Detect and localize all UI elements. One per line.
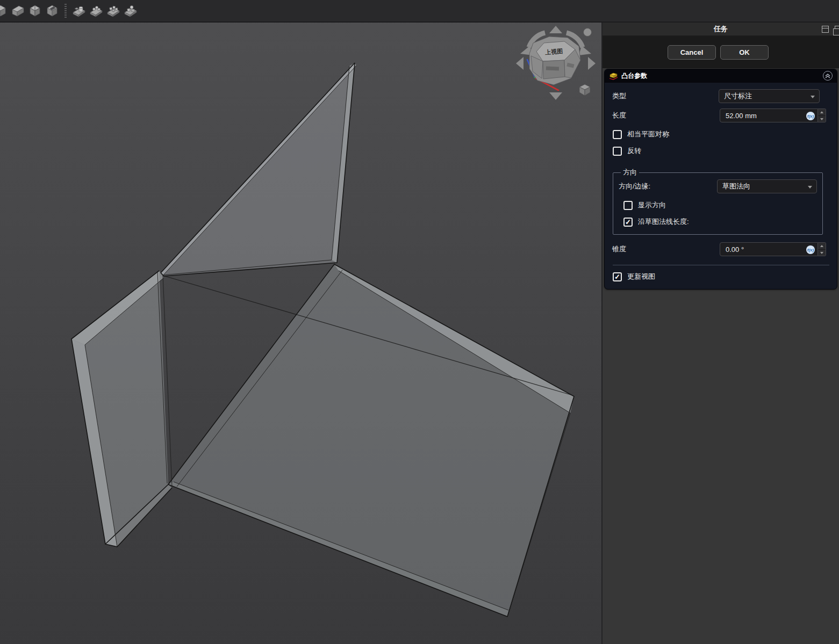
- toolbar-shapebuilder-icon[interactable]: [71, 3, 87, 19]
- task-panel-title: 任务: [714, 24, 728, 34]
- type-select[interactable]: 尺寸标注: [719, 89, 820, 103]
- show-direction-label: 显示方向: [638, 200, 666, 210]
- pad-parameters-body: 类型 尺寸标注 长度 52.00 mm f(x): [605, 83, 837, 289]
- direction-group-title: 方向: [621, 168, 639, 177]
- type-label: 类型: [612, 91, 719, 101]
- symmetric-checkbox-label: 相当平面对称: [627, 129, 669, 139]
- update-view-label: 更新视图: [627, 272, 655, 281]
- reversed-checkbox-label: 反转: [627, 146, 641, 156]
- length-spin-down[interactable]: [818, 116, 826, 122]
- task-panel: 任务 Cancel OK 凸台参数: [601, 23, 839, 644]
- length-value: 52.00 mm: [726, 112, 757, 120]
- direction-edge-label: 方向/边缘:: [619, 182, 717, 191]
- toolbar-mixed-degrade-icon[interactable]: [123, 3, 139, 19]
- reversed-checkbox[interactable]: [613, 147, 622, 156]
- type-select-value: 尺寸标注: [724, 91, 752, 101]
- taper-spin-up[interactable]: [818, 243, 826, 250]
- toolbar-box-solid-icon[interactable]: [0, 3, 9, 19]
- show-direction-checkbox[interactable]: [623, 201, 633, 210]
- pad-parameters-card: 凸台参数 类型 尺寸标注 长度: [604, 69, 837, 290]
- length-label: 长度: [612, 111, 720, 120]
- taper-input[interactable]: 0.00 ° f(x): [720, 242, 818, 256]
- taper-spin-down[interactable]: [818, 250, 826, 256]
- task-panel-titlebar: 任务: [603, 23, 839, 36]
- ok-button[interactable]: OK: [720, 45, 769, 60]
- toolbar-cubes-degrade-icon[interactable]: [105, 3, 121, 19]
- panel-float-icon[interactable]: [835, 26, 839, 33]
- toolbar-separator: [64, 4, 67, 18]
- along-sketch-normal-checkbox[interactable]: [623, 218, 633, 227]
- expression-fx-icon[interactable]: f(x): [806, 112, 815, 120]
- length-input[interactable]: 52.00 mm f(x): [720, 108, 818, 122]
- panel-restore-icon[interactable]: [822, 26, 829, 33]
- toolbar-spheres-degrade-icon[interactable]: [88, 3, 104, 19]
- divider: [613, 265, 829, 265]
- direction-edge-value: 草图法向: [722, 182, 750, 191]
- toolbar-shell-thickness-icon[interactable]: [44, 3, 60, 19]
- along-sketch-normal-label: 沿草图法线长度:: [638, 217, 689, 227]
- task-dialog-buttons: Cancel OK: [603, 36, 839, 68]
- symmetric-checkbox[interactable]: [613, 130, 622, 139]
- task-panel-content: 凸台参数 类型 尺寸标注 长度: [603, 68, 839, 643]
- pad-parameters-header[interactable]: 凸台参数: [605, 69, 837, 83]
- 3d-viewport[interactable]: 上视图: [0, 0, 601, 644]
- nav-sphere-button: [584, 28, 592, 37]
- direction-groupbox: 方向 方向/边缘: 草图法向 显示方向 沿草图法线长度:: [613, 168, 823, 235]
- toolbar-wedge-solid-icon[interactable]: [10, 3, 26, 19]
- update-view-checkbox[interactable]: [613, 272, 622, 281]
- pad-parameters-title: 凸台参数: [621, 71, 647, 81]
- pad-icon: [609, 72, 618, 81]
- toolbar-cube-draft-icon[interactable]: [27, 3, 43, 19]
- taper-value: 0.00 °: [726, 245, 744, 254]
- toolbar: [0, 0, 839, 23]
- expression-fx-icon[interactable]: f(x): [806, 245, 815, 254]
- length-spin-up[interactable]: [818, 109, 826, 116]
- cancel-button[interactable]: Cancel: [668, 45, 716, 60]
- collapse-card-button[interactable]: [823, 71, 833, 81]
- taper-label: 锥度: [612, 244, 720, 254]
- direction-edge-select[interactable]: 草图法向: [717, 179, 817, 193]
